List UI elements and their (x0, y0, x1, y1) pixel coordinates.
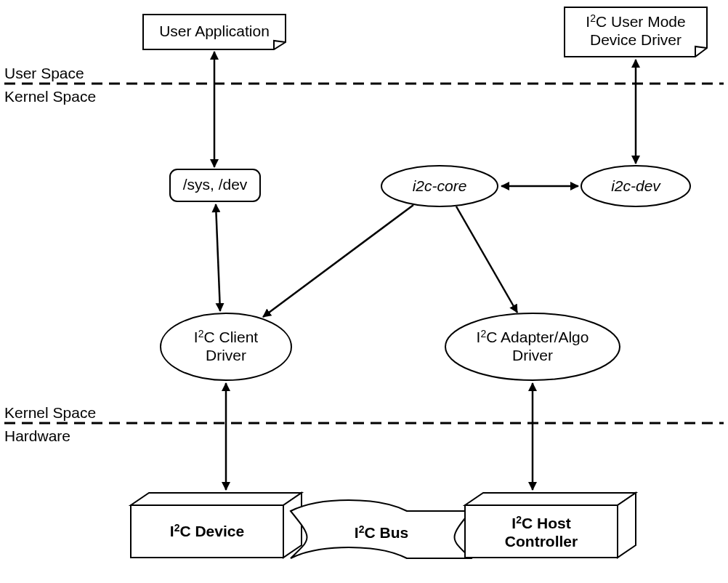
host-controller-label2: Controller (505, 533, 578, 550)
i2c-device-label: I2C Device (170, 522, 244, 539)
node-i2c-core: i2c-core (381, 166, 498, 206)
node-i2c-device: I2C Device (131, 493, 302, 558)
client-driver-label2: Driver (206, 347, 246, 363)
node-adapter-driver: I2C Adapter/Algo Driver (445, 313, 620, 380)
label-kernel-space-top: Kernel Space (4, 88, 96, 105)
node-user-mode-driver: I2C User Mode Device Driver (565, 7, 707, 57)
node-host-controller: I2C Host Controller (465, 493, 636, 558)
user-mode-driver-label2: Device Driver (590, 31, 682, 48)
node-client-driver: I2C Client Driver (161, 313, 291, 380)
node-sys-dev: /sys, /dev (170, 169, 260, 201)
arrow-sysdev-client (216, 204, 220, 311)
label-kernel-space-bottom: Kernel Space (4, 404, 96, 421)
user-mode-driver-label1: I2C User Mode (586, 12, 685, 30)
user-application-label: User Application (159, 23, 270, 39)
arrow-core-adapter (456, 206, 517, 313)
node-user-application: User Application (143, 15, 286, 49)
i2c-core-label: i2c-core (413, 177, 467, 194)
sys-dev-label: /sys, /dev (183, 176, 248, 193)
client-driver-label1: I2C Client (194, 328, 258, 345)
arrow-core-client (263, 205, 413, 317)
svg-rect-6 (465, 505, 618, 558)
diagram-canvas: User Space Kernel Space Kernel Space Har… (0, 0, 728, 583)
label-user-space: User Space (4, 65, 84, 81)
adapter-driver-label2: Driver (512, 347, 553, 363)
label-hardware: Hardware (4, 427, 70, 444)
node-i2c-dev: i2c-dev (581, 166, 690, 206)
i2c-dev-label: i2c-dev (611, 177, 661, 194)
adapter-driver-label1: I2C Adapter/Algo (477, 328, 589, 345)
node-i2c-bus: I2C Bus (291, 500, 471, 558)
